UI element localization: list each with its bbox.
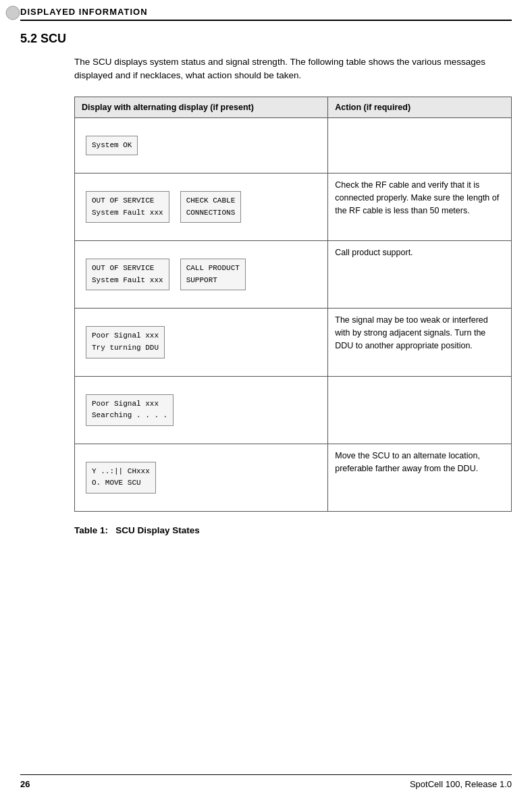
lcd-display-box: Poor Signal xxxSearching . . . .: [86, 394, 174, 426]
display-cell: OUT OF SERVICESystem Fault xxxCALL PRODU…: [75, 241, 328, 309]
col1-header: Display with alternating display (if pre…: [75, 97, 328, 117]
lcd-display-box: System OK: [86, 136, 138, 156]
header-title: Displayed Information: [20, 7, 148, 17]
display-cell: Poor Signal xxxTry turning DDU: [75, 309, 328, 376]
action-cell: [328, 117, 512, 174]
action-cell: [328, 376, 512, 444]
table-row: Poor Signal xxxTry turning DDUThe signal…: [75, 309, 512, 376]
footer-page-number: 26: [20, 779, 30, 789]
action-cell: Call product support.: [328, 241, 512, 309]
table-row: Y ..:|| CHxxxO. MOVE SCUMove the SCU to …: [75, 444, 512, 511]
section-heading: 5.2 SCU: [20, 32, 512, 46]
logo-area: [5, 5, 20, 22]
lcd-display-box: Y ..:|| CHxxxO. MOVE SCU: [86, 462, 156, 494]
display-cell: OUT OF SERVICESystem Fault xxxCHECK CABL…: [75, 174, 328, 241]
lcd-display-box: Poor Signal xxxTry turning DDU: [86, 326, 165, 358]
display-cell: Poor Signal xxxSearching . . . .: [75, 376, 328, 444]
lcd-display-box: OUT OF SERVICESystem Fault xxx: [86, 191, 169, 223]
intro-text: The SCU displays system status and signa…: [74, 55, 512, 83]
lcd-display-box: CALL PRODUCTSUPPORT: [180, 259, 246, 290]
lcd-display-box: OUT OF SERVICESystem Fault xxx: [86, 259, 169, 290]
scu-display-table: Display with alternating display (if pre…: [74, 97, 512, 512]
page-footer: 26 SpotCell 100, Release 1.0: [20, 774, 512, 789]
table-row: OUT OF SERVICESystem Fault xxxCHECK CABL…: [75, 174, 512, 241]
lcd-display-box: CHECK CABLECONNECTIONS: [180, 191, 242, 223]
action-cell: Check the RF cable and verify that it is…: [328, 174, 512, 241]
display-cell: Y ..:|| CHxxxO. MOVE SCU: [75, 444, 328, 511]
table-row: Poor Signal xxxSearching . . . .: [75, 376, 512, 444]
action-cell: The signal may be too weak or interfered…: [328, 309, 512, 376]
display-cell: System OK: [75, 117, 328, 174]
table-row: OUT OF SERVICESystem Fault xxxCALL PRODU…: [75, 241, 512, 309]
table-caption: Table 1: SCU Display States: [74, 525, 512, 535]
footer-product-name: SpotCell 100, Release 1.0: [410, 779, 512, 789]
table-row: System OK: [75, 117, 512, 174]
col2-header: Action (if required): [328, 97, 512, 117]
svg-point-0: [6, 6, 20, 20]
action-cell: Move the SCU to an alternate location, p…: [328, 444, 512, 511]
page-header: Displayed Information: [20, 7, 512, 21]
